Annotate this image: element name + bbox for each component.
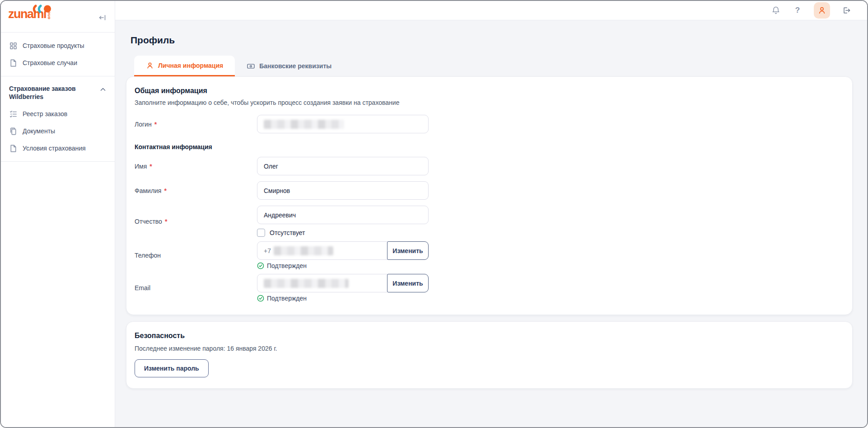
change-password-button[interactable]: Изменить пароль [135, 359, 209, 377]
phone-row: Телефон +7 Изменить Подтвержд [135, 241, 841, 269]
first-name-row: Имя * [135, 157, 841, 175]
absent-label: Отсутствует [270, 229, 305, 236]
banknote-icon [247, 62, 255, 71]
bell-icon [771, 6, 780, 15]
sidebar-item-label: Документы [23, 127, 55, 135]
required-mark: * [165, 218, 167, 225]
app-window: zunami one Страховые прод [0, 0, 868, 428]
login-field[interactable] [257, 115, 429, 133]
phone-confirmed-label: Подтвержден [267, 262, 307, 269]
file-icon [9, 59, 18, 67]
main-content: Профиль Личная информация Банковские рек… [115, 20, 867, 427]
help-icon: ? [795, 6, 800, 15]
sidebar-item-insurance-terms[interactable]: Условия страхования [9, 140, 107, 157]
login-control [257, 115, 429, 133]
sidebar-nav-wildberries: Реестр заказов Документы Условия страхов… [1, 103, 115, 157]
email-confirmed-status: Подтвержден [257, 295, 429, 302]
security-heading: Безопасность [135, 332, 841, 340]
email-label-wrap: Email [135, 284, 257, 292]
browser-frame: zunami one Страховые прод [0, 0, 868, 428]
middle-name-label: Отчество [135, 218, 162, 225]
logout-icon [842, 6, 851, 15]
profile-tabs: Личная информация Банковские реквизиты [134, 56, 853, 76]
middle-name-control: Отсутствует [257, 206, 429, 237]
tab-label: Банковские реквизиты [259, 62, 331, 70]
sidebar-item-label: Реестр заказов [23, 110, 67, 118]
email-input-group: Изменить [257, 274, 429, 292]
required-mark: * [154, 121, 157, 128]
tab-personal-info[interactable]: Личная информация [134, 56, 235, 76]
sidebar-item-insurance-cases[interactable]: Страховые случаи [9, 54, 107, 71]
file-icon [9, 144, 18, 153]
email-field[interactable] [257, 274, 387, 292]
phone-field[interactable]: +7 [257, 241, 387, 260]
sidebar-item-label: Условия страхования [23, 145, 86, 152]
sidebar-item-insurance-products[interactable]: Страховые продукты [9, 37, 107, 54]
email-confirmed-label: Подтвержден [267, 295, 307, 302]
phone-prefix: +7 [264, 247, 271, 254]
last-name-control [257, 181, 429, 200]
user-icon [817, 6, 826, 15]
general-info-heading: Общая информация [135, 87, 841, 95]
login-label: Логин [135, 121, 152, 128]
logo-drops-icon [32, 5, 52, 14]
general-info-card: Общая информация Заполните информацию о … [126, 76, 853, 315]
logout-button[interactable] [841, 5, 852, 16]
security-card: Безопасность Последнее изменение пароля:… [126, 321, 853, 389]
check-circle-icon [257, 295, 264, 302]
phone-input-group: +7 Изменить [257, 241, 429, 260]
change-phone-button[interactable]: Изменить [387, 241, 429, 260]
change-email-button[interactable]: Изменить [387, 274, 429, 292]
email-label: Email [135, 284, 150, 292]
middle-name-absent-row: Отсутствует [257, 229, 429, 237]
phone-label-wrap: Телефон [135, 252, 257, 259]
phone-control: +7 Изменить Подтвержден [257, 241, 429, 269]
chevron-up-icon [99, 86, 107, 93]
tab-bank-details[interactable]: Банковские реквизиты [235, 56, 343, 76]
email-row: Email Изменить Подтвержден [135, 274, 841, 302]
page-title: Профиль [131, 35, 853, 46]
middle-name-label-wrap: Отчество * [135, 218, 257, 225]
sidebar-nav: Страховые продукты Страховые случаи [1, 33, 115, 71]
login-row: Логин * [135, 115, 841, 133]
user-icon [146, 61, 154, 70]
phone-label: Телефон [135, 252, 161, 259]
copy-icon [9, 127, 18, 136]
check-circle-icon [257, 262, 264, 269]
sidebar-section-wildberries[interactable]: Страхование заказов Wildberries [1, 81, 115, 103]
password-last-change: Последнее изменение пароля: 16 января 20… [135, 345, 841, 352]
sidebar-item-label: Страховые продукты [23, 42, 84, 49]
sidebar-divider [1, 161, 115, 162]
help-button[interactable]: ? [792, 5, 803, 16]
last-name-label: Фамилия [135, 187, 161, 194]
tab-label: Личная информация [158, 62, 223, 69]
first-name-input[interactable] [257, 157, 429, 175]
zunami-logo[interactable]: zunami one [8, 8, 51, 20]
sidebar-divider [1, 76, 115, 76]
sidebar-item-documents[interactable]: Документы [9, 122, 107, 140]
first-name-label-wrap: Имя * [135, 163, 257, 170]
login-value-redacted [264, 120, 344, 129]
general-info-subtitle: Заполните информацию о себе, чтобы ускор… [135, 99, 841, 106]
last-name-row: Фамилия * [135, 181, 841, 200]
email-control: Изменить Подтвержден [257, 274, 429, 302]
topbar: ? [115, 1, 867, 20]
last-name-label-wrap: Фамилия * [135, 187, 257, 194]
phone-confirmed-status: Подтвержден [257, 262, 429, 269]
contact-info-heading: Контактная информация [135, 143, 841, 151]
email-value-redacted [264, 279, 349, 288]
profile-button[interactable] [814, 2, 830, 19]
absent-checkbox[interactable] [257, 229, 265, 237]
notifications-button[interactable] [770, 5, 781, 16]
sidebar-collapse-button[interactable] [98, 13, 107, 23]
required-mark: * [164, 187, 166, 194]
collapse-arrow-icon [98, 13, 107, 22]
middle-name-input[interactable] [257, 206, 429, 224]
middle-name-row: Отчество * Отсутствует [135, 206, 841, 237]
phone-value-redacted [274, 246, 333, 255]
login-label-wrap: Логин * [135, 121, 257, 128]
first-name-control [257, 157, 429, 175]
sidebar-item-orders-registry[interactable]: Реестр заказов [9, 105, 107, 122]
first-name-label: Имя [135, 163, 147, 170]
last-name-input[interactable] [257, 181, 429, 200]
